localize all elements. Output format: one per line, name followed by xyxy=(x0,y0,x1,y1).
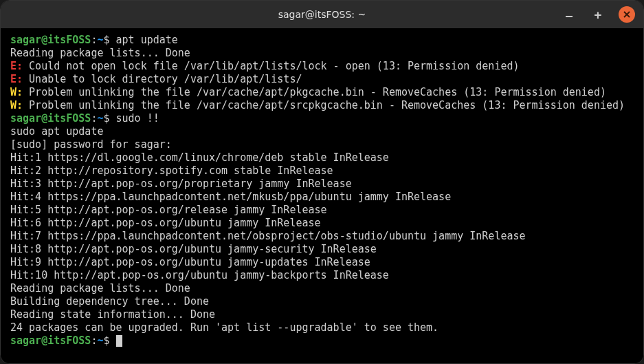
terminal-line: Hit:6 http://apt.pop-os.org/ubuntu jammy… xyxy=(10,217,634,230)
output-text: Problem unlinking the file /var/cache/ap… xyxy=(23,99,625,111)
terminal-line: Hit:9 http://apt.pop-os.org/ubuntu jammy… xyxy=(10,256,634,269)
output-text: Problem unlinking the file /var/cache/ap… xyxy=(23,86,606,98)
terminal-line: Hit:2 http://repository.spotify.com stab… xyxy=(10,164,634,178)
terminal-line: sagar@itsFOSS:~$ xyxy=(10,334,634,347)
terminal-line: sagar@itsFOSS:~$ sudo !! xyxy=(10,112,634,125)
terminal-line: W: Problem unlinking the file /var/cache… xyxy=(10,99,634,112)
warning-prefix: W: xyxy=(10,86,23,98)
plus-icon: + xyxy=(595,8,602,22)
minimize-button[interactable] xyxy=(561,6,577,23)
terminal-line: E: Unable to lock directory /var/lib/apt… xyxy=(10,73,634,86)
terminal-line: Reading package lists... Done xyxy=(10,282,634,295)
cursor xyxy=(116,335,122,347)
terminal-line: 24 packages can be upgraded. Run 'apt li… xyxy=(10,321,634,334)
prompt-dollar: $ xyxy=(103,334,115,347)
terminal-line: Hit:7 https://ppa.launchpadcontent.net/o… xyxy=(10,230,634,243)
terminal-line: W: Problem unlinking the file /var/cache… xyxy=(10,86,634,99)
terminal-area[interactable]: sagar@itsFOSS:~$ apt updateReading packa… xyxy=(1,28,643,363)
terminal-line: [sudo] password for sagar: xyxy=(10,138,634,151)
terminal-line: Building dependency tree... Done xyxy=(10,295,634,308)
terminal-line: Reading state information... Done xyxy=(10,308,634,321)
error-prefix: E: xyxy=(10,73,23,85)
command-text: apt update xyxy=(116,34,178,46)
prompt-user-host: sagar@itsFOSS xyxy=(10,112,91,125)
terminal-line: Hit:1 https://dl.google.com/linux/chrome… xyxy=(10,151,634,164)
output-text: Could not open lock file /var/lib/apt/li… xyxy=(23,60,519,72)
minimize-icon xyxy=(564,10,574,19)
terminal-line: Hit:8 http://apt.pop-os.org/ubuntu jammy… xyxy=(10,243,634,256)
close-button[interactable] xyxy=(619,6,635,23)
terminal-line: Hit:4 https://ppa.launchpadcontent.net/m… xyxy=(10,191,634,204)
terminal-line: E: Could not open lock file /var/lib/apt… xyxy=(10,60,634,73)
prompt-user-host: sagar@itsFOSS xyxy=(10,34,91,46)
command-text: sudo !! xyxy=(116,112,159,125)
warning-prefix: W: xyxy=(10,99,23,111)
terminal-line: Reading package lists... Done xyxy=(10,47,634,60)
maximize-button[interactable]: + xyxy=(590,6,606,23)
prompt-dollar: $ xyxy=(103,34,115,46)
close-icon xyxy=(623,10,631,19)
terminal-line: Hit:3 http://apt.pop-os.org/proprietary … xyxy=(10,178,634,191)
terminal-line: Hit:10 http://apt.pop-os.org/ubuntu jamm… xyxy=(10,269,634,282)
terminal-line: sudo apt update xyxy=(10,125,634,138)
window-title: sagar@itsFOSS: ~ xyxy=(1,9,643,20)
prompt-user-host: sagar@itsFOSS xyxy=(10,334,91,347)
prompt-dollar: $ xyxy=(103,112,115,125)
error-prefix: E: xyxy=(10,60,23,72)
output-text: Unable to lock directory /var/lib/apt/li… xyxy=(23,73,302,85)
terminal-line: sagar@itsFOSS:~$ apt update xyxy=(10,34,634,47)
window-controls: + xyxy=(561,6,635,23)
terminal-line: Hit:5 http://apt.pop-os.org/release jamm… xyxy=(10,204,634,217)
terminal-window: sagar@itsFOSS: ~ + sagar@itsFOSS:~$ apt … xyxy=(0,0,644,364)
titlebar: sagar@itsFOSS: ~ + xyxy=(1,1,643,28)
